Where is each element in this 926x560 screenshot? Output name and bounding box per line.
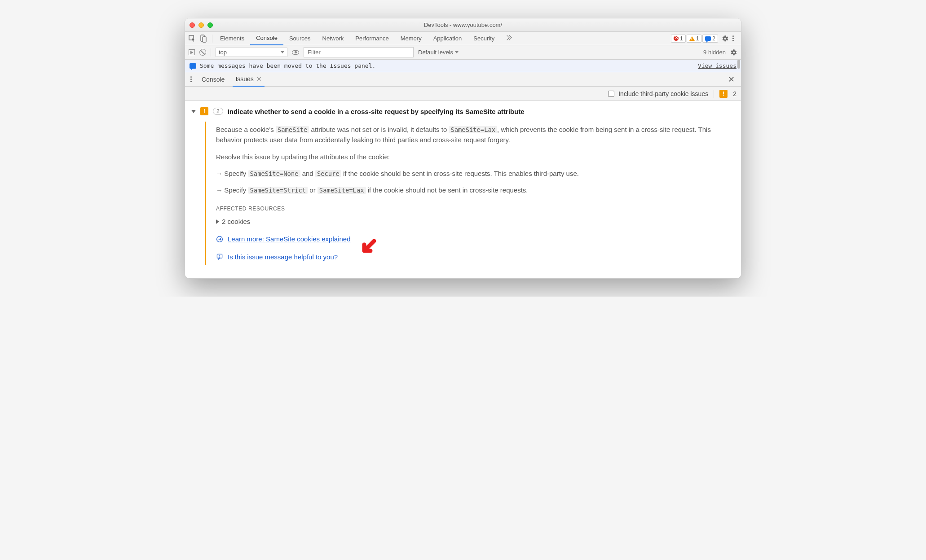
- message-icon: [190, 63, 196, 69]
- drawer-tab-console[interactable]: Console: [199, 72, 227, 87]
- execute-icon[interactable]: [189, 49, 195, 55]
- disclosure-triangle-icon[interactable]: [191, 110, 196, 113]
- main-tabbar: Elements Console Sources Network Perform…: [185, 32, 741, 45]
- settings-gear-icon[interactable]: [722, 35, 729, 42]
- tabs-overflow[interactable]: [500, 32, 517, 45]
- learn-more-link[interactable]: Learn more: SameSite cookies explained: [228, 234, 351, 244]
- minimize-window-button[interactable]: [198, 22, 204, 28]
- devtools-window: DevTools - www.youtube.com/ Elements Con…: [185, 18, 741, 279]
- tab-elements[interactable]: Elements: [214, 32, 250, 45]
- issues-info-bar: Some messages have been moved to the Iss…: [185, 60, 741, 72]
- context-selector[interactable]: top: [216, 48, 287, 57]
- issue-count-pill: 2: [213, 108, 223, 115]
- console-settings-gear-icon[interactable]: [730, 49, 737, 56]
- issue-bullet: → Specify SameSite=None and Secure if th…: [216, 168, 730, 179]
- info-badge[interactable]: 2: [702, 35, 718, 43]
- warning-badge-icon: !: [200, 107, 208, 115]
- external-link-icon: [216, 236, 223, 243]
- zoom-window-button[interactable]: [207, 22, 213, 28]
- issue-details: Because a cookie's SameSite attribute wa…: [205, 122, 735, 265]
- drawer-tab-issues[interactable]: Issues ✕: [233, 72, 264, 87]
- status-badges[interactable]: ✕1 !1 2: [671, 35, 718, 43]
- learn-more-row: Learn more: SameSite cookies explained: [216, 234, 730, 244]
- issue-title: Indicate whether to send a cookie in a c…: [228, 108, 525, 115]
- chevron-right-double-icon: [506, 36, 512, 41]
- tab-application[interactable]: Application: [428, 32, 468, 45]
- inspect-icon[interactable]: [189, 35, 196, 42]
- drawer-close-icon[interactable]: ✕: [725, 74, 737, 84]
- filter-input[interactable]: [304, 47, 414, 57]
- clear-console-icon[interactable]: [199, 49, 206, 56]
- traffic-lights: [190, 22, 213, 28]
- issue-item: ! 2 Indicate whether to send a cookie in…: [185, 101, 741, 278]
- tab-performance[interactable]: Performance: [349, 32, 394, 45]
- device-toggle-icon[interactable]: [200, 35, 207, 43]
- svg-point-6: [220, 257, 220, 258]
- svg-rect-2: [203, 37, 206, 42]
- affected-cookies-row[interactable]: 2 cookies: [216, 216, 730, 227]
- errors-badge[interactable]: ✕1: [671, 35, 686, 43]
- annotation-arrow-icon: [360, 238, 378, 256]
- window-title: DevTools - www.youtube.com/: [424, 22, 502, 28]
- view-issues-link[interactable]: View issues: [698, 62, 736, 69]
- tab-network[interactable]: Network: [317, 32, 350, 45]
- issue-bullet: → Specify SameSite=Strict or SameSite=La…: [216, 185, 730, 195]
- close-tab-icon[interactable]: ✕: [256, 75, 262, 83]
- window-titlebar: DevTools - www.youtube.com/: [185, 18, 741, 32]
- affected-resources-label: AFFECTED RESOURCES: [216, 205, 730, 213]
- issues-options-bar: Include third-party cookie issues ! 2: [185, 87, 741, 101]
- drawer-tabbar: Console Issues ✕ ✕: [185, 72, 741, 87]
- tab-sources[interactable]: Sources: [283, 32, 317, 45]
- feedback-link[interactable]: Is this issue message helpful to you?: [228, 252, 338, 262]
- issue-paragraph: Resolve this issue by updating the attri…: [216, 152, 730, 162]
- tab-memory[interactable]: Memory: [395, 32, 428, 45]
- hidden-count[interactable]: 9 hidden: [703, 49, 726, 56]
- live-expression-icon[interactable]: [292, 50, 299, 55]
- issue-header[interactable]: ! 2 Indicate whether to send a cookie in…: [191, 107, 735, 115]
- close-window-button[interactable]: [190, 22, 195, 28]
- disclosure-triangle-icon[interactable]: [216, 219, 219, 224]
- tab-security[interactable]: Security: [467, 32, 500, 45]
- drawer-more-icon[interactable]: [189, 76, 194, 82]
- scrollbar-thumb[interactable]: [737, 60, 740, 69]
- feedback-icon: [216, 253, 223, 260]
- feedback-row: Is this issue message helpful to you?: [216, 252, 730, 262]
- more-menu-icon[interactable]: [729, 35, 737, 41]
- tab-console[interactable]: Console: [250, 32, 283, 45]
- log-levels-selector[interactable]: Default levels: [418, 49, 459, 56]
- message-icon: [705, 36, 711, 41]
- thirdparty-checkbox-input[interactable]: [608, 91, 614, 97]
- warnings-badge[interactable]: !1: [687, 35, 702, 43]
- console-toolbar: top Default levels 9 hidden: [185, 45, 741, 60]
- chevron-down-icon: [455, 51, 459, 53]
- warning-badge-icon: !: [719, 90, 728, 98]
- issues-count: 2: [733, 90, 736, 97]
- thirdparty-checkbox[interactable]: Include third-party cookie issues: [606, 89, 708, 98]
- chevron-down-icon: [281, 51, 284, 53]
- issue-paragraph: Because a cookie's SameSite attribute wa…: [216, 124, 730, 145]
- info-bar-message: Some messages have been moved to the Iss…: [200, 62, 375, 69]
